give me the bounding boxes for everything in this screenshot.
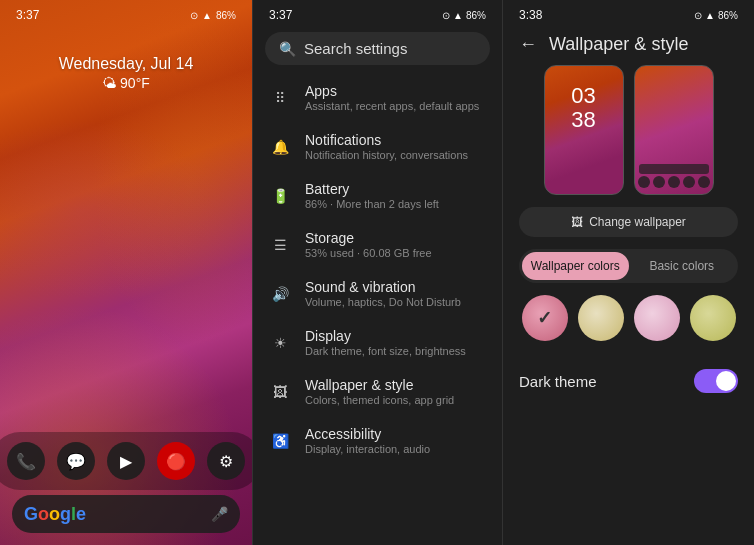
sound-text: Sound & vibration Volume, haptics, Do No… <box>305 279 486 308</box>
storage-icon: ☰ <box>269 234 291 256</box>
settings-item-sound[interactable]: 🔊 Sound & vibration Volume, haptics, Do … <box>257 269 498 318</box>
wallpaper-status-bar: 3:38 ⊙ ▲ 86% <box>503 0 754 26</box>
change-wallpaper-button[interactable]: 🖼 Change wallpaper <box>519 207 738 237</box>
dock-phone[interactable]: 📞 <box>7 442 45 480</box>
notifications-icon: 🔔 <box>269 136 291 158</box>
home-status-icons: ⊙ ▲ 86% <box>190 10 236 21</box>
color-swatch-pink[interactable] <box>522 295 568 341</box>
home-time: 3:37 <box>16 8 39 22</box>
accessibility-title: Accessibility <box>305 426 486 442</box>
sound-title: Sound & vibration <box>305 279 486 295</box>
apps-subtitle: Assistant, recent apps, default apps <box>305 100 486 112</box>
dock-chrome[interactable]: 🔴 <box>157 442 195 480</box>
preview-dock-icon <box>638 176 650 188</box>
settings-item-wallpaper[interactable]: 🖼 Wallpaper & style Colors, themed icons… <box>257 367 498 416</box>
change-wallpaper-icon: 🖼 <box>571 215 583 229</box>
home-weather: 🌤 90°F <box>0 75 252 91</box>
home-date-weather: Wednesday, Jul 14 🌤 90°F <box>0 55 252 91</box>
storage-title: Storage <box>305 230 486 246</box>
preview-dock-icon <box>653 176 665 188</box>
notifications-subtitle: Notification history, conversations <box>305 149 486 161</box>
preview-dock-icon <box>698 176 710 188</box>
settings-search-bar[interactable]: 🔍 Search settings <box>265 32 490 65</box>
apps-title: Apps <box>305 83 486 99</box>
apps-icon: ⠿ <box>269 87 291 109</box>
dark-theme-section: Dark theme <box>503 361 754 401</box>
color-swatch-light-pink[interactable] <box>634 295 680 341</box>
sound-subtitle: Volume, haptics, Do Not Disturb <box>305 296 486 308</box>
tab-basic-colors[interactable]: Basic colors <box>629 252 736 280</box>
search-label: Search settings <box>304 40 407 57</box>
tab-wallpaper-colors[interactable]: Wallpaper colors <box>522 252 629 280</box>
sim-icon: ⊙ <box>190 10 198 21</box>
storage-subtitle: 53% used · 60.08 GB free <box>305 247 486 259</box>
battery-text: Battery 86% · More than 2 days left <box>305 181 486 210</box>
notifications-text: Notifications Notification history, conv… <box>305 132 486 161</box>
storage-text: Storage 53% used · 60.08 GB free <box>305 230 486 259</box>
dock-play[interactable]: ▶ <box>107 442 145 480</box>
home-screen: 3:37 ⊙ ▲ 86% Wednesday, Jul 14 🌤 90°F 📞 … <box>0 0 252 545</box>
dark-theme-toggle[interactable] <box>694 369 738 393</box>
color-swatches <box>503 295 754 357</box>
dark-theme-label: Dark theme <box>519 373 597 390</box>
wifi-icon: ▲ <box>202 10 212 21</box>
preview-dock-icon <box>683 176 695 188</box>
settings-panel: 3:37 ⊙ ▲ 86% 🔍 Search settings ⠿ Apps As… <box>252 0 503 545</box>
dock-messages[interactable]: 💬 <box>57 442 95 480</box>
wallpaper-text: Wallpaper & style Colors, themed icons, … <box>305 377 486 406</box>
wallpaper-subtitle: Colors, themed icons, app grid <box>305 394 486 406</box>
settings-list: ⠿ Apps Assistant, recent apps, default a… <box>253 73 502 545</box>
lock-time: 03 38 <box>545 66 623 132</box>
wallpaper-time: 3:38 <box>519 8 542 22</box>
home-date: Wednesday, Jul 14 <box>0 55 252 73</box>
battery-title: Battery <box>305 181 486 197</box>
wp-sim-icon: ⊙ <box>694 10 702 21</box>
display-icon: ☀ <box>269 332 291 354</box>
notifications-title: Notifications <box>305 132 486 148</box>
wallpaper-title-item: Wallpaper & style <box>305 377 486 393</box>
wallpaper-tabs: Wallpaper colors Basic colors <box>519 249 738 283</box>
settings-time: 3:37 <box>269 8 292 22</box>
home-dock: 📞 💬 ▶ 🔴 ⚙ <box>0 432 252 490</box>
google-logo: Google <box>24 504 86 525</box>
color-swatch-olive[interactable] <box>690 295 736 341</box>
settings-status-icons: ⊙ ▲ 86% <box>442 10 486 21</box>
settings-item-display[interactable]: ☀ Display Dark theme, font size, brightn… <box>257 318 498 367</box>
battery-subtitle: 86% · More than 2 days left <box>305 198 486 210</box>
color-swatch-cream[interactable] <box>578 295 624 341</box>
wp-wifi-icon: ▲ <box>705 10 715 21</box>
home-search-bar[interactable]: Google 🎤 <box>12 495 240 533</box>
settings-item-accessibility[interactable]: ♿ Accessibility Display, interaction, au… <box>257 416 498 465</box>
wallpaper-preview: 03 38 <box>503 65 754 207</box>
settings-status-bar: 3:37 ⊙ ▲ 86% <box>253 0 502 26</box>
display-subtitle: Dark theme, font size, brightness <box>305 345 486 357</box>
wallpaper-panel: 3:38 ⊙ ▲ 86% ← Wallpaper & style 03 38 <box>503 0 754 545</box>
settings-item-notifications[interactable]: 🔔 Notifications Notification history, co… <box>257 122 498 171</box>
accessibility-text: Accessibility Display, interaction, audi… <box>305 426 486 455</box>
apps-text: Apps Assistant, recent apps, default app… <box>305 83 486 112</box>
preview-dock-icon <box>668 176 680 188</box>
mic-icon[interactable]: 🎤 <box>211 506 228 522</box>
wallpaper-icon: 🖼 <box>269 381 291 403</box>
wallpaper-header: ← Wallpaper & style <box>503 26 754 65</box>
preview-dock <box>635 176 713 188</box>
preview-search-bar <box>639 164 709 174</box>
dock-settings[interactable]: ⚙ <box>207 442 245 480</box>
accessibility-icon: ♿ <box>269 430 291 452</box>
settings-item-apps[interactable]: ⠿ Apps Assistant, recent apps, default a… <box>257 73 498 122</box>
wp-battery-icon: 86% <box>718 10 738 21</box>
back-button[interactable]: ← <box>519 34 537 55</box>
change-wallpaper-label: Change wallpaper <box>589 215 686 229</box>
home-screen-preview <box>634 65 714 195</box>
accessibility-subtitle: Display, interaction, audio <box>305 443 486 455</box>
settings-item-storage[interactable]: ☰ Storage 53% used · 60.08 GB free <box>257 220 498 269</box>
settings-wifi-icon: ▲ <box>453 10 463 21</box>
battery-icon: 🔋 <box>269 185 291 207</box>
search-icon: 🔍 <box>279 41 296 57</box>
battery-icon: 86% <box>216 10 236 21</box>
lock-screen-preview: 03 38 <box>544 65 624 195</box>
settings-item-battery[interactable]: 🔋 Battery 86% · More than 2 days left <box>257 171 498 220</box>
display-title: Display <box>305 328 486 344</box>
sound-icon: 🔊 <box>269 283 291 305</box>
settings-sim-icon: ⊙ <box>442 10 450 21</box>
